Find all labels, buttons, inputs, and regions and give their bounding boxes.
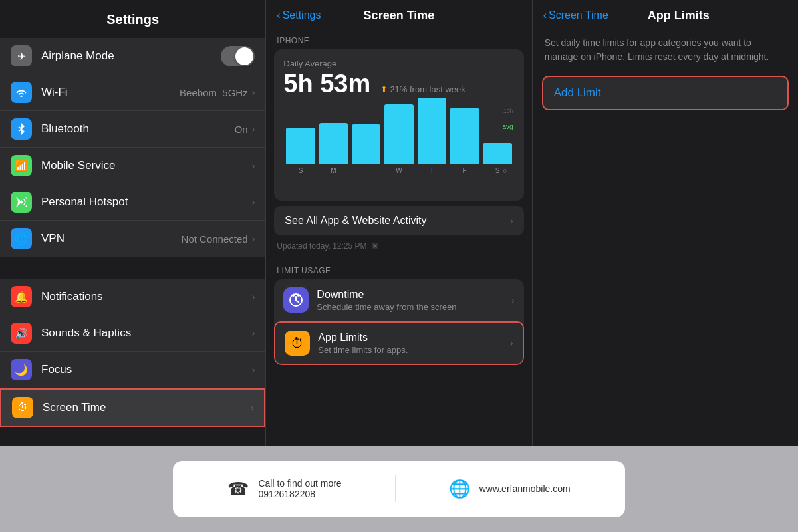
daily-avg-label: Daily Average (283, 59, 514, 68)
call-label: Call to find out more (258, 478, 341, 489)
screentime-header: ‹ Settings Screen Time (266, 0, 531, 27)
system-section: 🔔 Notifications › 🔊 Sounds & Haptics › 🌙… (0, 279, 265, 427)
settings-panel: Settings ✈ Airplane Mode Wi-Fi (0, 0, 266, 446)
bar-fill (352, 124, 380, 164)
applimits-title: App Limits (648, 9, 710, 23)
airplane-icon: ✈ (11, 45, 32, 66)
chart-bar-w: W (384, 104, 413, 174)
focus-icon: 🌙 (11, 359, 32, 380)
bluetooth-label: Bluetooth (41, 122, 235, 136)
sounds-label: Sounds & Haptics (41, 327, 252, 340)
bar-fill (418, 98, 446, 164)
limit-item-applimits[interactable]: ⏱ App Limits Set time limits for apps. › (274, 321, 523, 365)
network-section: ✈ Airplane Mode Wi-Fi Beebom_5GHz › (0, 38, 265, 257)
phone-icon: ☎ (227, 479, 249, 499)
hotspot-chevron: › (252, 197, 255, 207)
screentime-content: IPHONE Daily Average 5h 53m ⬆ 21% from l… (266, 27, 531, 365)
footer-web-section: 🌐 www.erfanmobile.com (449, 479, 571, 499)
pct-value: 21% from last week (390, 84, 465, 94)
bar-fill (384, 104, 413, 164)
applimits-back-button[interactable]: ‹ Screen Time (543, 9, 608, 21)
notif-label: Notifications (41, 290, 252, 303)
bluetooth-chevron: › (252, 124, 255, 134)
limit-list: Downtime Schedule time away from the scr… (274, 279, 523, 365)
settings-item-sounds[interactable]: 🔊 Sounds & Haptics › (0, 315, 265, 352)
chart-y-labels: 10h 0 (503, 108, 513, 174)
chart-bar-f: F (450, 108, 479, 174)
add-limit-button[interactable]: Add Limit (542, 76, 789, 110)
chart-bar-t: T (418, 98, 446, 174)
bluetooth-icon (11, 118, 32, 140)
svg-point-2 (292, 294, 295, 297)
mobile-icon: 📶 (11, 155, 32, 176)
airplane-toggle[interactable] (221, 46, 255, 66)
bar-fill (319, 123, 348, 164)
notif-chevron: › (252, 291, 255, 302)
bar-day-label: F (463, 167, 467, 174)
chart-bar-m: M (319, 123, 348, 174)
wifi-label: Wi-Fi (41, 86, 180, 99)
vpn-value: Not Connected (182, 233, 248, 245)
settings-item-airplane[interactable]: ✈ Airplane Mode (0, 38, 265, 74)
bar-fill (450, 108, 479, 164)
downtime-text: Downtime Schedule time away from the scr… (317, 289, 511, 312)
settings-item-focus[interactable]: 🌙 Focus › (0, 352, 265, 388)
settings-item-mobile[interactable]: 📶 Mobile Service › (0, 148, 265, 184)
settings-item-hotspot[interactable]: Personal Hotspot › (0, 184, 265, 221)
bar-day-label: W (396, 167, 402, 174)
wifi-value: Beebom_5GHz (180, 87, 248, 98)
notif-icon: 🔔 (11, 286, 32, 307)
phone-number: 09126182208 (258, 489, 341, 499)
bar-day-label: M (331, 167, 336, 174)
chart-bar-s: S (286, 128, 315, 174)
bar-day-label: S (299, 167, 303, 174)
hotspot-label: Personal Hotspot (41, 196, 252, 209)
applimits-header: ‹ Screen Time App Limits (533, 0, 798, 27)
see-all-label: See All App & Website Activity (285, 215, 426, 227)
applimits-description: Set daily time limits for app categories… (533, 27, 798, 73)
applimits-subtitle: Set time limits for apps. (318, 345, 510, 355)
bar-fill (286, 128, 315, 164)
see-all-button[interactable]: See All App & Website Activity › (274, 206, 523, 235)
settings-item-wifi[interactable]: Wi-Fi Beebom_5GHz › (0, 74, 265, 111)
applimits-chevron: › (510, 338, 513, 348)
back-chevron-icon: ‹ (277, 9, 280, 21)
bar-day-label: S (495, 167, 500, 174)
footer-phone-info: Call to find out more 09126182208 (258, 478, 341, 499)
settings-title: Settings (0, 0, 265, 34)
screentime-panel: ‹ Settings Screen Time IPHONE Daily Aver… (266, 0, 532, 446)
limit-item-downtime[interactable]: Downtime Schedule time away from the scr… (274, 279, 523, 321)
y-zero-label: 0 (503, 168, 513, 174)
wifi-icon (11, 82, 32, 103)
settings-item-screentime[interactable]: ⏱ Screen Time › (0, 388, 265, 427)
back-chevron-icon: ‹ (543, 9, 547, 21)
globe-icon: 🌐 (449, 479, 470, 499)
sounds-icon: 🔊 (11, 323, 32, 344)
screentime-icon: ⏱ (12, 397, 33, 418)
refresh-icon: ✳ (371, 241, 379, 251)
mobile-chevron: › (252, 160, 255, 171)
bluetooth-value: On (235, 124, 248, 135)
settings-item-vpn[interactable]: 🌐 VPN Not Connected › (0, 221, 265, 257)
back-label: Settings (283, 9, 321, 21)
y-max-label: 10h (503, 108, 513, 114)
limit-section-label: LIMIT USAGE (274, 257, 523, 279)
vpn-chevron: › (252, 233, 255, 244)
screentime-back-button[interactable]: ‹ Settings (277, 9, 321, 21)
updated-row: Updated today, 12:25 PM ✳ (274, 235, 523, 257)
chart-bars: SMTWTFS (283, 108, 514, 174)
bar-day-label: T (364, 167, 368, 174)
vpn-icon: 🌐 (11, 228, 32, 249)
applimits-text: App Limits Set time limits for apps. (318, 332, 510, 355)
footer: ☎ Call to find out more 09126182208 🌐 ww… (0, 446, 798, 532)
airplane-label: Airplane Mode (41, 49, 221, 63)
iphone-section-label: IPHONE (274, 27, 523, 49)
svg-point-3 (297, 294, 300, 297)
pct-arrow-icon: ⬆ (380, 84, 388, 94)
applimits-panel: ‹ Screen Time App Limits Set daily time … (533, 0, 798, 446)
updated-label: Updated today, 12:25 PM (277, 241, 366, 251)
applimits-icon: ⏱ (285, 331, 310, 356)
settings-item-notif[interactable]: 🔔 Notifications › (0, 279, 265, 315)
sounds-chevron: › (252, 328, 255, 338)
settings-item-bluetooth[interactable]: Bluetooth On › (0, 111, 265, 148)
